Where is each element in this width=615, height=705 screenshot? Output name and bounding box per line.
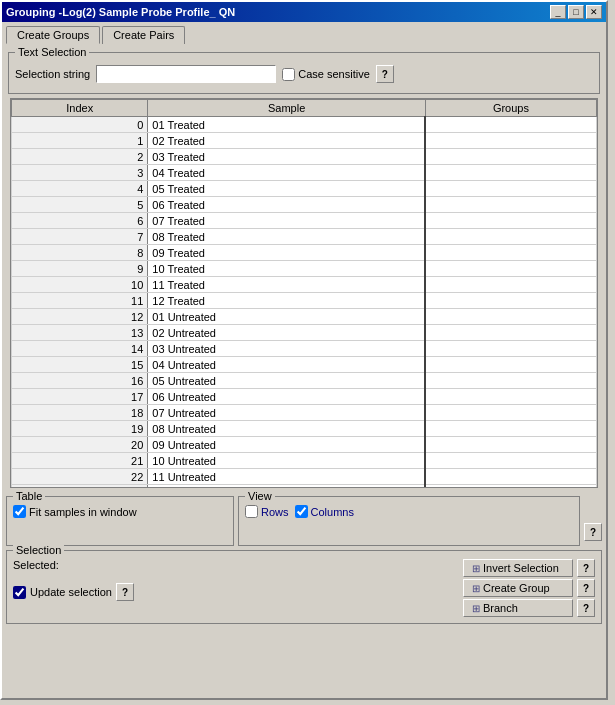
tab-create-groups[interactable]: Create Groups xyxy=(6,26,100,44)
group-cell xyxy=(425,165,596,181)
sample-cell: 04 Untreated xyxy=(148,357,426,373)
index-cell: 12 xyxy=(12,309,148,325)
table-row[interactable]: 2110 Untreated xyxy=(12,453,597,469)
table-row[interactable]: 1302 Untreated xyxy=(12,325,597,341)
case-sensitive-checkbox[interactable] xyxy=(282,68,295,81)
selection-string-input[interactable] xyxy=(96,65,276,83)
selection-section: Selection Selected: Update selection ? ⊞… xyxy=(6,550,602,624)
table-row[interactable]: 1706 Untreated xyxy=(12,389,597,405)
case-sensitive-group: Case sensitive xyxy=(282,68,370,81)
table-row[interactable]: 1807 Untreated xyxy=(12,405,597,421)
sample-cell: 02 Treated xyxy=(148,133,426,149)
index-cell: 18 xyxy=(12,405,148,421)
sample-cell: 08 Untreated xyxy=(148,421,426,437)
table-row[interactable]: 1112 Treated xyxy=(12,293,597,309)
group-cell xyxy=(425,309,596,325)
fit-samples-label: Fit samples in window xyxy=(29,506,137,518)
table-row[interactable]: 001 Treated xyxy=(12,117,597,133)
index-cell: 8 xyxy=(12,245,148,261)
group-cell xyxy=(425,453,596,469)
create-group-row: ⊞ Create Group ? xyxy=(463,579,595,597)
table-row[interactable]: 910 Treated xyxy=(12,261,597,277)
branch-help-button[interactable]: ? xyxy=(577,599,595,617)
sample-table[interactable]: Index Sample Groups 001 Treated102 Treat… xyxy=(10,98,598,488)
index-cell: 21 xyxy=(12,453,148,469)
selection-right: ⊞ Invert Selection ? ⊞ Create Group ? ⊞ xyxy=(463,559,595,617)
sample-cell: 10 Untreated xyxy=(148,453,426,469)
table-panel-label: Table xyxy=(13,490,45,502)
index-cell: 16 xyxy=(12,373,148,389)
maximize-button[interactable]: □ xyxy=(568,5,584,19)
group-cell xyxy=(425,213,596,229)
invert-help-button[interactable]: ? xyxy=(577,559,595,577)
update-selection-checkbox[interactable] xyxy=(13,586,26,599)
table-row[interactable]: 607 Treated xyxy=(12,213,597,229)
create-group-help-button[interactable]: ? xyxy=(577,579,595,597)
table-row[interactable]: 2312 Untreated xyxy=(12,485,597,489)
table-row[interactable]: 1605 Untreated xyxy=(12,373,597,389)
group-cell xyxy=(425,293,596,309)
table-row[interactable]: 1011 Treated xyxy=(12,277,597,293)
minimize-button[interactable]: _ xyxy=(550,5,566,19)
index-cell: 10 xyxy=(12,277,148,293)
rows-checkbox[interactable] xyxy=(245,505,258,518)
group-cell xyxy=(425,389,596,405)
index-cell: 3 xyxy=(12,165,148,181)
table-row[interactable]: 1908 Untreated xyxy=(12,421,597,437)
table-row[interactable]: 203 Treated xyxy=(12,149,597,165)
sample-cell: 11 Treated xyxy=(148,277,426,293)
view-panel-label: View xyxy=(245,490,275,502)
rows-group: Rows xyxy=(245,505,289,518)
group-cell xyxy=(425,197,596,213)
group-cell xyxy=(425,341,596,357)
index-cell: 14 xyxy=(12,341,148,357)
update-selection-help-button[interactable]: ? xyxy=(116,583,134,601)
window-title: Grouping -Log(2) Sample Probe Profile_ Q… xyxy=(6,6,235,18)
sample-cell: 03 Untreated xyxy=(148,341,426,357)
selected-label: Selected: xyxy=(13,559,134,571)
group-cell xyxy=(425,133,596,149)
columns-checkbox[interactable] xyxy=(295,505,308,518)
table-row[interactable]: 708 Treated xyxy=(12,229,597,245)
view-help-button[interactable]: ? xyxy=(584,523,602,541)
branch-icon: ⊞ xyxy=(472,603,480,614)
table-row[interactable]: 304 Treated xyxy=(12,165,597,181)
tab-create-pairs[interactable]: Create Pairs xyxy=(102,26,185,44)
branch-button[interactable]: ⊞ Branch xyxy=(463,599,573,617)
table-row[interactable]: 2211 Untreated xyxy=(12,469,597,485)
table-row[interactable]: 102 Treated xyxy=(12,133,597,149)
columns-label: Columns xyxy=(311,506,354,518)
index-cell: 11 xyxy=(12,293,148,309)
index-cell: 7 xyxy=(12,229,148,245)
create-group-button[interactable]: ⊞ Create Group xyxy=(463,579,573,597)
create-group-icon: ⊞ xyxy=(472,583,480,594)
index-cell: 23 xyxy=(12,485,148,489)
group-cell xyxy=(425,469,596,485)
group-cell xyxy=(425,373,596,389)
sample-cell: 01 Treated xyxy=(148,117,426,133)
invert-selection-button[interactable]: ⊞ Invert Selection xyxy=(463,559,573,577)
sample-cell: 06 Untreated xyxy=(148,389,426,405)
table-row[interactable]: 506 Treated xyxy=(12,197,597,213)
group-cell xyxy=(425,149,596,165)
sample-cell: 01 Untreated xyxy=(148,309,426,325)
fit-samples-checkbox[interactable] xyxy=(13,505,26,518)
table-row[interactable]: 1504 Untreated xyxy=(12,357,597,373)
sample-cell: 07 Treated xyxy=(148,213,426,229)
group-cell xyxy=(425,421,596,437)
text-selection-help-button[interactable]: ? xyxy=(376,65,394,83)
table-row[interactable]: 1403 Untreated xyxy=(12,341,597,357)
sample-cell: 03 Treated xyxy=(148,149,426,165)
table-row[interactable]: 405 Treated xyxy=(12,181,597,197)
close-button[interactable]: ✕ xyxy=(586,5,602,19)
table-row[interactable]: 2009 Untreated xyxy=(12,437,597,453)
table-row[interactable]: 809 Treated xyxy=(12,245,597,261)
table-row[interactable]: 1201 Untreated xyxy=(12,309,597,325)
index-cell: 13 xyxy=(12,325,148,341)
selection-string-label: Selection string xyxy=(15,68,90,80)
group-cell xyxy=(425,357,596,373)
group-cell xyxy=(425,437,596,453)
selection-left: Selected: Update selection ? xyxy=(13,559,134,601)
index-cell: 2 xyxy=(12,149,148,165)
group-cell xyxy=(425,181,596,197)
